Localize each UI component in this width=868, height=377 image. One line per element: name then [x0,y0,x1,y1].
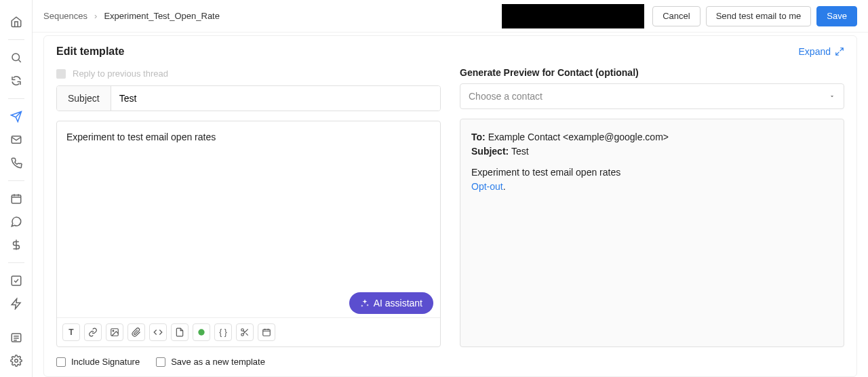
editor-toolbar: T [57,317,440,346]
preview-column: Generate Preview for Contact (optional) … [453,67,856,347]
reply-checkbox-row[interactable]: Reply to previous thread [56,67,441,85]
image-icon[interactable] [106,323,123,341]
send-icon[interactable] [5,106,27,127]
ai-assistant-button[interactable]: AI assistant [349,292,433,314]
svg-point-7 [113,330,114,332]
two-column: Reply to previous thread Subject Experim… [44,67,856,347]
subject-input[interactable] [111,86,440,111]
contact-placeholder: Choose a contact [469,91,542,102]
editor-card: Edit template Expand Reply to previous t… [43,35,857,377]
save-template-label: Save as a new template [171,357,265,367]
expand-icon [835,47,844,56]
svg-point-5 [14,359,18,363]
mail-icon[interactable] [5,129,27,151]
home-icon[interactable] [5,11,27,33]
include-signature-checkbox[interactable]: Include Signature [56,357,140,367]
preview-subject-value: Test [511,146,529,157]
dollar-icon[interactable] [5,234,27,256]
chevron-right-icon: › [94,11,97,21]
braces-icon[interactable]: { } [214,323,232,341]
preview-box: To: Example Contact <example@google.com>… [460,119,844,347]
include-signature-label: Include Signature [71,357,140,367]
expand-label: Expand [799,46,831,57]
editor-box: Experiment to test email open rates AI a… [56,121,441,347]
bug-icon[interactable] [193,323,210,341]
preview-subject-label: Subject: [471,146,509,157]
checkbox-icon [56,357,66,367]
contact-select[interactable]: Choose a contact [460,83,844,109]
redacted-block [502,4,644,28]
sidebar-divider [8,180,24,181]
code-icon[interactable] [149,323,167,341]
preview-to-value: Example Contact <example@google.com> [488,132,669,142]
chevron-down-icon [829,93,835,100]
svg-point-10 [241,334,244,336]
send-test-button[interactable]: Send test email to me [706,6,812,26]
reply-checkbox[interactable] [56,69,66,79]
subject-label: Subject [57,86,111,111]
refresh-icon[interactable] [5,70,27,92]
link-icon[interactable] [84,323,102,341]
svg-point-9 [241,329,244,332]
topbar: Sequences › Experiment_Test_Open_Rate Ca… [33,0,868,33]
search-icon[interactable] [5,47,27,68]
page-title: Edit template [56,45,799,58]
document-icon[interactable] [171,323,189,341]
save-as-template-checkbox[interactable]: Save as a new template [156,357,265,367]
calendar-icon[interactable] [5,188,27,210]
sidebar-divider [8,98,24,99]
svg-rect-3 [12,276,21,285]
breadcrumb-current: Experiment_Test_Open_Rate [104,11,220,21]
editor-column: Reply to previous thread Subject Experim… [44,67,453,347]
breadcrumb: Sequences › Experiment_Test_Open_Rate [43,11,494,21]
sidebar-divider [8,39,24,40]
content: Edit template Expand Reply to previous t… [33,33,868,377]
preview-section-label: Generate Preview for Contact (optional) [460,67,844,83]
attachment-icon[interactable] [127,323,145,341]
preview-to-label: To: [471,132,486,142]
text-format-icon[interactable]: T [62,323,80,341]
main-area: Sequences › Experiment_Test_Open_Rate Ca… [33,0,868,377]
subject-row: Subject [56,85,441,111]
checkbox-icon [156,357,165,367]
svg-point-0 [12,54,20,61]
settings-icon[interactable] [5,350,27,372]
sparkle-icon [360,298,370,308]
save-button[interactable]: Save [816,6,857,26]
breadcrumb-root[interactable]: Sequences [43,11,87,21]
sidebar-divider [8,262,24,263]
chat-icon[interactable] [5,211,27,233]
zap-icon[interactable] [5,293,27,315]
footer-row: Include Signature Save as a new template [44,347,856,376]
card-header: Edit template Expand [44,36,856,67]
svg-point-8 [198,329,204,335]
email-body-editor[interactable]: Experiment to test email open rates [57,121,440,317]
topbar-actions: Cancel Send test email to me Save [652,6,857,26]
app-sidebar [0,0,33,377]
check-square-icon[interactable] [5,270,27,292]
preview-opt-out-link[interactable]: Opt-out [471,181,503,192]
svg-rect-11 [263,330,271,336]
svg-rect-2 [12,195,21,203]
scissors-icon[interactable] [236,323,254,341]
phone-icon[interactable] [5,152,27,174]
calendar-insert-icon[interactable] [258,323,275,341]
reply-label: Reply to previous thread [73,68,168,79]
list-icon[interactable] [5,327,27,349]
ai-assistant-label: AI assistant [374,298,422,309]
cancel-button[interactable]: Cancel [652,6,700,26]
expand-button[interactable]: Expand [799,46,844,57]
preview-body-text: Experiment to test email open rates [471,167,620,178]
